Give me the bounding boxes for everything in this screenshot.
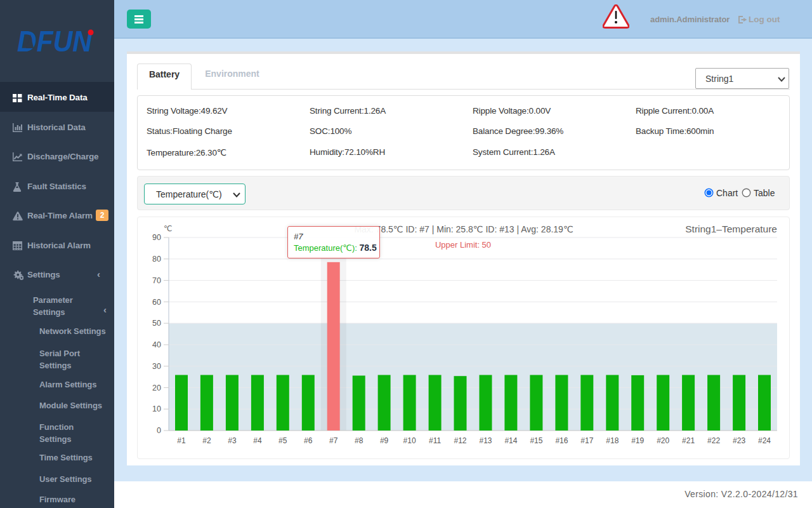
svg-text:#19: #19 [631, 436, 644, 445]
svg-text:#15: #15 [530, 436, 542, 445]
svg-text:#4: #4 [253, 436, 262, 445]
svg-text:#12: #12 [454, 436, 466, 445]
svg-text:#10: #10 [403, 436, 416, 445]
svg-text:#7: #7 [329, 436, 338, 445]
svg-text:0: 0 [157, 426, 161, 435]
svg-text:#13: #13 [479, 436, 492, 445]
svg-text:70: 70 [152, 276, 161, 285]
svg-text:#1: #1 [177, 436, 186, 445]
svg-text:℃: ℃ [164, 224, 172, 233]
svg-text:10: 10 [152, 404, 161, 413]
svg-text:80: 80 [152, 255, 161, 264]
svg-text:Max: 78.5℃ ID: #7 | Min: 25.8℃: Max: 78.5℃ ID: #7 | Min: 25.8℃ ID: #13 |… [354, 224, 573, 234]
svg-text:#20: #20 [657, 436, 669, 445]
svg-text:#17: #17 [580, 436, 593, 445]
svg-text:String1–Temperature: String1–Temperature [685, 224, 777, 234]
svg-text:#18: #18 [606, 436, 619, 445]
svg-text:90: 90 [152, 233, 161, 242]
svg-text:50: 50 [152, 319, 161, 328]
svg-text:30: 30 [152, 362, 161, 371]
svg-text:60: 60 [152, 298, 161, 307]
svg-text:#24: #24 [758, 436, 771, 445]
svg-text:#2: #2 [202, 436, 211, 445]
svg-text:#9: #9 [380, 436, 389, 445]
svg-text:20: 20 [152, 384, 161, 392]
svg-text:#22: #22 [707, 436, 720, 445]
svg-text:Upper Limit: 50: Upper Limit: 50 [435, 240, 491, 250]
svg-text:#3: #3 [228, 436, 237, 445]
svg-text:40: 40 [152, 340, 161, 349]
svg-text:#16: #16 [555, 436, 568, 445]
svg-text:#5: #5 [278, 436, 287, 445]
svg-text:#14: #14 [504, 436, 517, 445]
svg-text:#21: #21 [682, 436, 695, 445]
svg-text:#11: #11 [429, 436, 441, 445]
svg-text:#8: #8 [355, 436, 363, 445]
svg-text:#23: #23 [733, 436, 745, 445]
svg-text:#6: #6 [304, 436, 313, 445]
